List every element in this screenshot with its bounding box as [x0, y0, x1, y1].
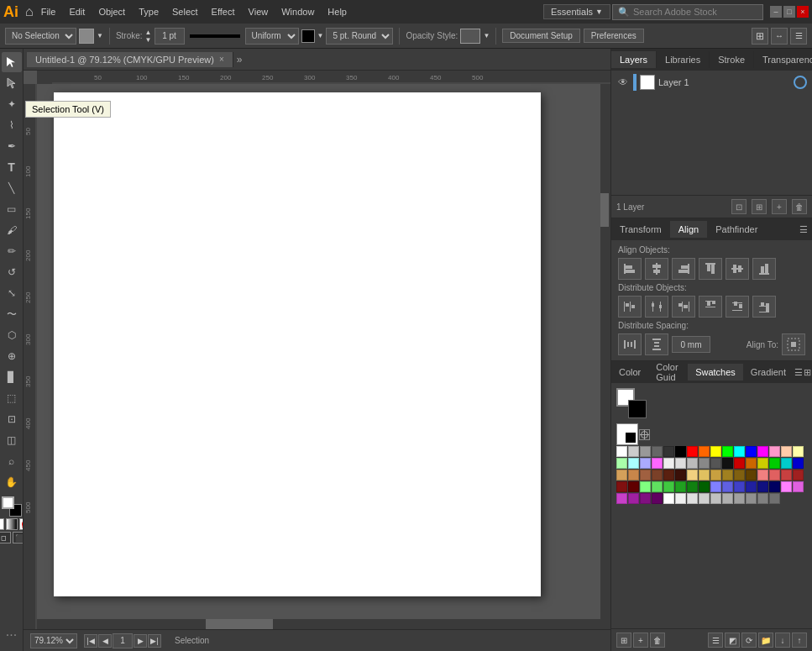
swatch-cell[interactable] — [710, 458, 721, 469]
stroke-type-dropdown[interactable]: Uniform — [245, 28, 299, 45]
menu-select[interactable]: Select — [166, 4, 204, 19]
swatch-cell[interactable] — [699, 481, 710, 492]
transparency-tab[interactable]: Transparency — [754, 51, 812, 68]
style-chevron-icon[interactable]: ▼ — [483, 32, 490, 39]
fill-chevron-icon[interactable]: ▼ — [97, 32, 103, 39]
swatch-cell[interactable] — [746, 458, 757, 469]
workspace-icon[interactable]: ↔ — [771, 28, 788, 45]
swatch-cell[interactable] — [722, 458, 733, 469]
swatch-cell[interactable] — [628, 493, 639, 504]
swatch-cell[interactable] — [769, 458, 780, 469]
swatch-cell[interactable] — [652, 446, 663, 457]
swatch-cell[interactable] — [710, 446, 721, 457]
magic-wand-tool-button[interactable]: ✦ — [2, 94, 22, 114]
swatch-cell[interactable] — [757, 458, 768, 469]
align-center-h-button[interactable] — [645, 258, 668, 280]
align-bottom-button[interactable] — [752, 258, 776, 280]
swatch-cell[interactable] — [675, 446, 686, 457]
new-color-group-button[interactable]: ⊞ — [616, 633, 631, 648]
stroke-chevron-icon[interactable]: ▼ — [317, 32, 324, 39]
menu-file[interactable]: File — [35, 4, 62, 19]
rect-tool-button[interactable]: ▭ — [2, 199, 22, 219]
swatch-cell[interactable] — [734, 481, 745, 492]
swatch-cell[interactable] — [746, 481, 757, 492]
align-to-button[interactable] — [782, 333, 805, 355]
swatch-cell[interactable] — [616, 481, 627, 492]
scroll-thumb-v[interactable] — [600, 193, 609, 227]
last-artboard-button[interactable]: ▶| — [148, 634, 161, 648]
menu-effect[interactable]: Effect — [206, 4, 241, 19]
stroke-weight-input[interactable] — [155, 28, 185, 45]
swatch-cell[interactable] — [687, 446, 698, 457]
create-sublayer-button[interactable]: ⊞ — [752, 199, 767, 214]
swatch-cell[interactable] — [640, 458, 651, 469]
zoom-control[interactable]: 79.12% — [30, 633, 77, 648]
registration-swatch[interactable] — [639, 429, 650, 440]
swatches-tab[interactable]: Swatches — [688, 364, 743, 381]
layer-visibility-toggle[interactable]: 👁 — [616, 76, 630, 89]
menu-object[interactable]: Object — [92, 4, 131, 19]
text-tool-button[interactable]: T — [2, 157, 22, 177]
menu-type[interactable]: Type — [133, 4, 165, 19]
swatch-cell[interactable] — [699, 493, 710, 504]
prev-artboard-button[interactable]: ◀ — [98, 634, 112, 648]
swatch-cell[interactable] — [616, 493, 627, 504]
distribute-center-h-button[interactable] — [645, 296, 668, 318]
selection-dropdown[interactable]: No Selection — [5, 28, 76, 45]
stroke-panel-tab[interactable]: Stroke — [710, 51, 754, 68]
swatch-cell[interactable] — [722, 446, 733, 457]
zoom-tool-button[interactable]: ⌕ — [2, 451, 22, 471]
scale-tool-button[interactable]: ⤡ — [2, 283, 22, 303]
style-swatch[interactable] — [460, 29, 480, 44]
new-layer-button[interactable]: + — [772, 199, 787, 214]
distribute-right-button[interactable] — [672, 296, 695, 318]
shape-builder-tool-button[interactable]: ⬡ — [2, 325, 22, 345]
pathfinder-tab[interactable]: Pathfinder — [707, 221, 766, 238]
swatch-cell[interactable] — [616, 470, 627, 480]
swatch-cell[interactable] — [781, 470, 792, 480]
swatch-cell[interactable] — [652, 493, 663, 504]
distribute-top-button[interactable] — [699, 296, 722, 318]
home-icon[interactable]: ⌂ — [25, 4, 34, 19]
align-top-button[interactable] — [699, 258, 722, 280]
maximize-button[interactable]: □ — [783, 6, 795, 18]
fullscreen-mode-button[interactable]: ⬛ — [13, 532, 24, 543]
stroke-color-swatch[interactable] — [301, 29, 315, 43]
delete-layer-button[interactable]: 🗑 — [792, 199, 807, 214]
swatch-cell[interactable] — [757, 481, 768, 492]
swatch-cell[interactable] — [722, 481, 733, 492]
swatch-cell[interactable] — [628, 446, 639, 457]
symbol-sprayer-tool-button[interactable]: ⊕ — [2, 346, 22, 366]
menu-edit[interactable]: Edit — [63, 4, 91, 19]
swatch-folder-button[interactable]: 📁 — [758, 633, 773, 648]
line-tool-button[interactable]: ╲ — [2, 178, 22, 198]
distribute-bottom-button[interactable] — [752, 296, 776, 318]
swatch-cell[interactable] — [746, 493, 757, 504]
swatch-cell[interactable] — [734, 470, 745, 480]
distribute-spacing-input[interactable]: 0 mm — [672, 336, 710, 353]
swatch-cell[interactable] — [640, 481, 651, 492]
document-setup-button[interactable]: Document Setup — [502, 29, 580, 43]
color-mode-button[interactable] — [0, 518, 4, 530]
lasso-tool-button[interactable]: ⌇ — [2, 115, 22, 135]
swatch-cell[interactable] — [640, 493, 651, 504]
swatch-cell[interactable] — [616, 458, 627, 469]
eraser-tool-button[interactable]: ◫ — [2, 430, 22, 450]
swatch-cell[interactable] — [722, 470, 733, 480]
first-artboard-button[interactable]: |◀ — [84, 634, 97, 648]
zoom-select[interactable]: 79.12% — [30, 633, 77, 648]
swatch-cell[interactable] — [710, 493, 721, 504]
make-clipping-mask-button[interactable]: ⊡ — [731, 199, 747, 214]
menu-view[interactable]: View — [243, 4, 275, 19]
swatch-cell[interactable] — [628, 481, 639, 492]
swatch-cell[interactable] — [675, 470, 686, 480]
align-tab[interactable]: Align — [670, 221, 707, 238]
add-to-swatches-button[interactable]: ◩ — [725, 633, 740, 648]
color-tab[interactable]: Color — [611, 364, 648, 381]
new-swatch-button[interactable]: + — [633, 633, 648, 648]
more-tools-indicator[interactable]: ··· — [0, 627, 23, 648]
essentials-dropdown[interactable]: Essentials ▼ — [543, 4, 610, 19]
column-graph-tool-button[interactable]: ▊ — [2, 367, 22, 387]
white-swatch[interactable] — [616, 423, 638, 445]
gradient-mode-button[interactable] — [6, 518, 18, 530]
